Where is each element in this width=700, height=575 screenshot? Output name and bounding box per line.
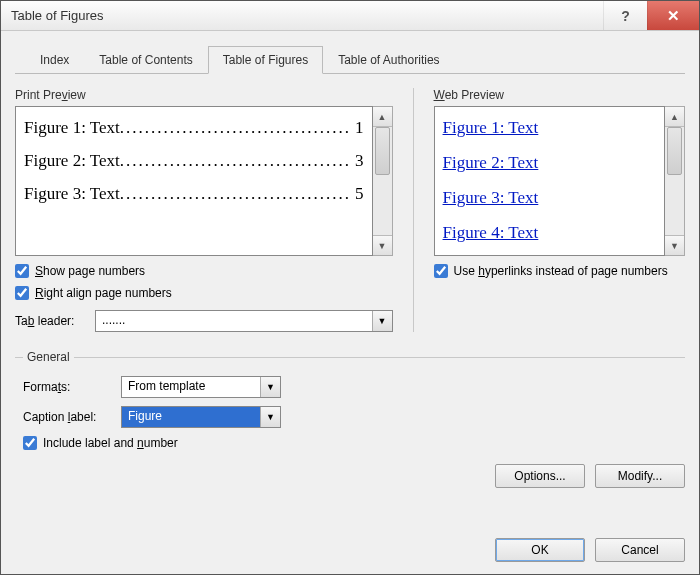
scroll-down-icon[interactable]: ▼	[665, 235, 684, 255]
web-preview-link: Figure 1: Text	[443, 119, 656, 136]
show-page-numbers-checkbox[interactable]	[15, 264, 29, 278]
print-preview-label: Print Preview	[15, 88, 393, 102]
web-preview-box: Figure 1: Text Figure 2: Text Figure 3: …	[434, 106, 665, 256]
tab-leader-combo[interactable]: ....... ▼	[95, 310, 393, 332]
print-preview-row: Figure 1: Text .........................…	[24, 119, 364, 136]
scroll-track[interactable]	[373, 127, 392, 235]
general-legend: General	[23, 350, 74, 364]
print-preview-scrollbar[interactable]: ▲ ▼	[373, 106, 393, 256]
tab-strip: Index Table of Contents Table of Figures…	[15, 45, 685, 74]
web-preview-link: Figure 2: Text	[443, 154, 656, 171]
column-divider	[413, 88, 414, 332]
show-page-numbers-row: Show page numbers	[15, 264, 393, 278]
tab-index[interactable]: Index	[25, 46, 84, 74]
general-group: General Formats: From template ▼ Caption…	[15, 350, 685, 458]
use-hyperlinks-label: Use hyperlinks instead of page numbers	[454, 264, 668, 278]
include-label-row: Include label and number	[23, 436, 685, 450]
use-hyperlinks-checkbox[interactable]	[434, 264, 448, 278]
print-preview-row: Figure 2: Text .........................…	[24, 152, 364, 169]
preview-columns: Print Preview Figure 1: Text ...........…	[15, 88, 685, 332]
scroll-thumb[interactable]	[375, 127, 390, 175]
web-preview-wrap: Figure 1: Text Figure 2: Text Figure 3: …	[434, 106, 685, 256]
tab-leader-label: Tab leader:	[15, 314, 87, 328]
close-icon: ✕	[667, 7, 680, 25]
web-preview-link: Figure 4: Text	[443, 224, 656, 241]
tab-table-of-figures[interactable]: Table of Figures	[208, 46, 323, 74]
scroll-down-icon[interactable]: ▼	[373, 235, 392, 255]
tab-leader-row: Tab leader: ....... ▼	[15, 310, 393, 332]
tab-table-of-contents[interactable]: Table of Contents	[84, 46, 207, 74]
options-button[interactable]: Options...	[495, 464, 585, 488]
close-button[interactable]: ✕	[647, 1, 699, 30]
chevron-down-icon[interactable]: ▼	[260, 377, 280, 397]
use-hyperlinks-row: Use hyperlinks instead of page numbers	[434, 264, 685, 278]
include-label-checkbox[interactable]	[23, 436, 37, 450]
titlebar-buttons: ? ✕	[603, 1, 699, 30]
web-preview-link: Figure 3: Text	[443, 189, 656, 206]
formats-value: From template	[122, 377, 260, 397]
include-label-label: Include label and number	[43, 436, 178, 450]
print-preview-row: Figure 3: Text .........................…	[24, 185, 364, 202]
formats-row: Formats: From template ▼	[23, 376, 685, 398]
right-align-checkbox[interactable]	[15, 286, 29, 300]
show-page-numbers-label: Show page numbers	[35, 264, 145, 278]
formats-label: Formats:	[23, 380, 113, 394]
caption-label-combo[interactable]: Figure ▼	[121, 406, 281, 428]
titlebar: Table of Figures ? ✕	[1, 1, 699, 31]
dialog-window: Table of Figures ? ✕ Index Table of Cont…	[0, 0, 700, 575]
scroll-up-icon[interactable]: ▲	[373, 107, 392, 127]
tab-table-of-authorities[interactable]: Table of Authorities	[323, 46, 454, 74]
right-align-label: Right align page numbers	[35, 286, 172, 300]
ok-button[interactable]: OK	[495, 538, 585, 562]
tab-leader-value: .......	[96, 311, 372, 331]
modify-button[interactable]: Modify...	[595, 464, 685, 488]
help-button[interactable]: ?	[603, 1, 647, 30]
scroll-track[interactable]	[665, 127, 684, 235]
web-preview-label: Web Preview	[434, 88, 685, 102]
caption-label-label: Caption label:	[23, 410, 113, 424]
ok-cancel-row: OK Cancel	[15, 524, 685, 562]
options-modify-row: Options... Modify...	[15, 464, 685, 488]
web-preview-scrollbar[interactable]: ▲ ▼	[665, 106, 685, 256]
cancel-button[interactable]: Cancel	[595, 538, 685, 562]
chevron-down-icon[interactable]: ▼	[260, 407, 280, 427]
right-align-row: Right align page numbers	[15, 286, 393, 300]
chevron-down-icon[interactable]: ▼	[372, 311, 392, 331]
window-title: Table of Figures	[11, 8, 603, 23]
caption-label-value: Figure	[122, 407, 260, 427]
formats-combo[interactable]: From template ▼	[121, 376, 281, 398]
print-preview-wrap: Figure 1: Text .........................…	[15, 106, 393, 256]
scroll-thumb[interactable]	[667, 127, 682, 175]
caption-label-row: Caption label: Figure ▼	[23, 406, 685, 428]
print-preview-box: Figure 1: Text .........................…	[15, 106, 373, 256]
web-preview-column: Web Preview Figure 1: Text Figure 2: Tex…	[434, 88, 685, 332]
scroll-up-icon[interactable]: ▲	[665, 107, 684, 127]
print-preview-column: Print Preview Figure 1: Text ...........…	[15, 88, 393, 332]
dialog-body: Index Table of Contents Table of Figures…	[1, 31, 699, 574]
